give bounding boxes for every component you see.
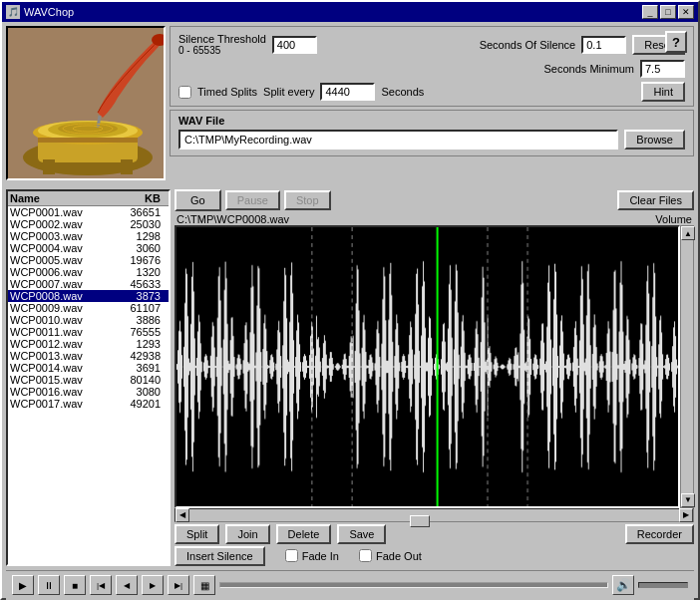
silence-threshold-range: 0 - 65535: [178, 45, 266, 56]
table-row[interactable]: WCP0013.wav42938: [8, 350, 169, 362]
insert-silence-button[interactable]: Insert Silence: [175, 546, 265, 566]
silence-threshold-input[interactable]: [272, 36, 317, 54]
file-kb: 49201: [105, 398, 165, 410]
pause-button[interactable]: Pause: [225, 190, 280, 210]
main-window: 🎵 WAVChop _ □ ✕: [0, 0, 700, 600]
transport-progress-slider[interactable]: [219, 582, 608, 588]
title-bar-buttons: _ □ ✕: [642, 5, 694, 19]
browse-button[interactable]: Browse: [624, 130, 685, 150]
prev-button[interactable]: |◀: [90, 575, 112, 595]
table-row[interactable]: WCP0007.wav45633: [8, 278, 169, 290]
silence-threshold-labels: Silence Threshold 0 - 65535: [178, 33, 266, 56]
file-name: WCP0009.wav: [10, 302, 105, 314]
seconds-label: Seconds: [381, 86, 424, 98]
wav-file-row: Browse: [178, 130, 685, 150]
file-kb: 3691: [105, 362, 165, 374]
next-button[interactable]: ▶|: [168, 575, 189, 595]
seconds-of-silence-input[interactable]: [581, 36, 626, 54]
volume-icon[interactable]: 🔊: [612, 575, 634, 595]
close-button[interactable]: ✕: [678, 5, 694, 19]
table-row[interactable]: WCP0017.wav49201: [8, 398, 169, 410]
table-row[interactable]: WCP0012.wav1293: [8, 338, 169, 350]
table-row[interactable]: WCP0006.wav1320: [8, 266, 169, 278]
table-row[interactable]: WCP0004.wav3060: [8, 242, 169, 254]
grid-button[interactable]: ▦: [193, 575, 215, 595]
waveform-canvas-area: ▲ ▼: [175, 225, 694, 508]
silence-threshold-row: Silence Threshold 0 - 65535 Seconds Of S…: [178, 33, 685, 56]
svg-rect-11: [121, 159, 133, 174]
vscroll-track: [681, 240, 693, 493]
recorder-button[interactable]: Recorder: [625, 524, 694, 544]
table-row[interactable]: WCP0011.wav76555: [8, 326, 169, 338]
file-name: WCP0005.wav: [10, 254, 105, 266]
file-name: WCP0013.wav: [10, 350, 105, 362]
clear-files-button[interactable]: Clear Files: [617, 190, 694, 210]
table-row[interactable]: WCP0015.wav80140: [8, 374, 169, 386]
table-row[interactable]: WCP0002.wav25030: [8, 218, 169, 230]
fade-in-label: Fade In: [302, 550, 339, 562]
file-name: WCP0014.wav: [10, 362, 105, 374]
play-button[interactable]: ▶: [12, 575, 34, 595]
window-title: WAVChop: [24, 6, 74, 18]
table-row[interactable]: WCP0009.wav61107: [8, 302, 169, 314]
file-kb: 1293: [105, 338, 165, 350]
maximize-button[interactable]: □: [660, 5, 676, 19]
table-row[interactable]: WCP0016.wav3080: [8, 386, 169, 398]
split-button[interactable]: Split: [175, 524, 219, 544]
vscroll-up-button[interactable]: ▲: [681, 226, 695, 240]
waveform-toolbar: Go Pause Stop Clear Files: [175, 189, 694, 211]
file-name: WCP0002.wav: [10, 218, 105, 230]
file-kb: 3886: [105, 314, 165, 326]
svg-rect-10: [43, 159, 55, 174]
col-name-header: Name: [10, 192, 105, 204]
fade-in-checkbox[interactable]: [285, 549, 298, 562]
table-row[interactable]: WCP0014.wav3691: [8, 362, 169, 374]
bottom-buttons-row1: Split Join Delete Save Recorder: [175, 524, 694, 544]
file-kb: 3873: [105, 290, 165, 302]
table-row[interactable]: WCP0005.wav19676: [8, 254, 169, 266]
stop-transport-button[interactable]: ■: [64, 575, 86, 595]
volume-slider[interactable]: [638, 582, 688, 588]
wav-file-label: WAV File: [178, 115, 685, 127]
waveform-vscrollbar[interactable]: ▲ ▼: [680, 225, 694, 508]
table-row[interactable]: WCP0001.wav36651: [8, 206, 169, 218]
hscroll-left-button[interactable]: ◀: [175, 508, 189, 522]
next-step-button[interactable]: ▶: [142, 575, 164, 595]
timed-splits-checkbox[interactable]: [178, 86, 191, 99]
delete-button[interactable]: Delete: [276, 524, 332, 544]
file-list-panel[interactable]: Name KB WCP0001.wav36651WCP0002.wav25030…: [6, 189, 171, 566]
prev-step-button[interactable]: ◀: [116, 575, 138, 595]
table-row[interactable]: WCP0010.wav3886: [8, 314, 169, 326]
top-section: Silence Threshold 0 - 65535 Seconds Of S…: [6, 26, 694, 185]
join-button[interactable]: Join: [225, 524, 269, 544]
go-button[interactable]: Go: [175, 189, 221, 211]
help-button[interactable]: ?: [665, 31, 687, 53]
file-kb: 36651: [105, 206, 165, 218]
fade-out-checkbox[interactable]: [359, 549, 372, 562]
timed-splits-row: Timed Splits Split every Seconds Hint: [178, 82, 685, 102]
stop-button[interactable]: Stop: [284, 190, 331, 210]
file-name: WCP0012.wav: [10, 338, 105, 350]
seconds-minimum-input[interactable]: [640, 60, 685, 78]
file-kb: 1298: [105, 230, 165, 242]
file-name: WCP0015.wav: [10, 374, 105, 386]
middle-section: Name KB WCP0001.wav36651WCP0002.wav25030…: [6, 189, 694, 566]
current-file-label: C:\TMP\WCP0008.wav: [176, 213, 289, 225]
table-row[interactable]: WCP0003.wav1298: [8, 230, 169, 242]
file-kb: 19676: [105, 254, 165, 266]
app-image: [6, 26, 166, 180]
hint-button[interactable]: Hint: [641, 82, 685, 102]
file-kb: 3080: [105, 386, 165, 398]
hscroll-right-button[interactable]: ▶: [679, 508, 693, 522]
save-button[interactable]: Save: [337, 524, 386, 544]
split-every-input[interactable]: [320, 83, 375, 101]
file-name: WCP0006.wav: [10, 266, 105, 278]
wav-path-input[interactable]: [178, 130, 618, 150]
vscroll-down-button[interactable]: ▼: [681, 493, 695, 507]
app-icon: 🎵: [6, 5, 20, 19]
minimize-button[interactable]: _: [642, 5, 658, 19]
hscroll-thumb[interactable]: [410, 515, 430, 527]
pause-transport-button[interactable]: ⏸: [38, 575, 60, 595]
waveform-hscrollbar[interactable]: ◀ ▶: [175, 508, 694, 522]
table-row[interactable]: WCP0008.wav3873: [8, 290, 169, 302]
